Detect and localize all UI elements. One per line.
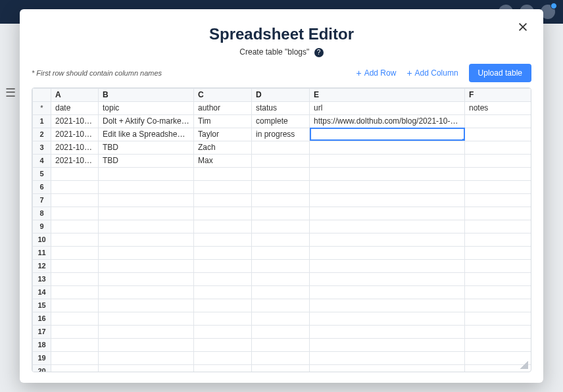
cell[interactable] xyxy=(51,220,99,233)
cell[interactable] xyxy=(99,299,194,312)
cell[interactable] xyxy=(310,233,465,246)
cell[interactable]: TBD xyxy=(99,141,194,154)
upload-table-button[interactable]: Upload table xyxy=(469,64,531,82)
cell[interactable] xyxy=(194,312,252,325)
cell[interactable] xyxy=(51,207,99,220)
header-cell[interactable]: status xyxy=(252,101,310,114)
cell[interactable] xyxy=(310,154,465,167)
help-icon[interactable]: ? xyxy=(314,48,324,57)
cell[interactable] xyxy=(99,312,194,325)
row-header[interactable]: 2 xyxy=(33,128,51,141)
cell[interactable] xyxy=(194,351,252,364)
spreadsheet[interactable]: ABCDEF *datetopicauthorstatusurlnotes120… xyxy=(32,88,531,372)
cell[interactable]: Taylor xyxy=(194,128,252,141)
column-header-A[interactable]: A xyxy=(51,88,99,101)
row-header[interactable]: 20 xyxy=(33,364,51,372)
cell[interactable] xyxy=(194,259,252,272)
row-header[interactable]: 10 xyxy=(33,233,51,246)
cell[interactable] xyxy=(194,233,252,246)
cell[interactable] xyxy=(310,180,465,193)
cell[interactable] xyxy=(99,351,194,364)
cell[interactable]: in progress xyxy=(252,128,310,141)
cell[interactable] xyxy=(252,338,310,351)
cell[interactable] xyxy=(194,325,252,338)
cell[interactable] xyxy=(99,167,194,180)
header-cell[interactable]: date xyxy=(51,101,99,114)
row-header[interactable]: 12 xyxy=(33,259,51,272)
cell[interactable] xyxy=(51,246,99,259)
cell[interactable] xyxy=(465,128,532,141)
cell[interactable] xyxy=(51,312,99,325)
row-header[interactable]: 17 xyxy=(33,325,51,338)
cell[interactable]: Max xyxy=(194,154,252,167)
cell[interactable] xyxy=(252,325,310,338)
hamburger-icon[interactable]: ☰ xyxy=(5,86,16,100)
header-cell[interactable]: topic xyxy=(99,101,194,114)
cell[interactable] xyxy=(465,154,532,167)
cell[interactable] xyxy=(194,180,252,193)
add-column-button[interactable]: + Add Column xyxy=(406,68,458,78)
cell[interactable] xyxy=(99,364,194,372)
row-header-star[interactable]: * xyxy=(33,101,51,114)
corner-cell[interactable] xyxy=(33,88,51,101)
add-row-button[interactable]: + Add Row xyxy=(356,68,396,78)
cell[interactable] xyxy=(252,259,310,272)
column-header-D[interactable]: D xyxy=(252,88,310,101)
cell[interactable] xyxy=(465,272,532,285)
cell[interactable] xyxy=(194,285,252,299)
cell[interactable] xyxy=(194,364,252,372)
cell[interactable] xyxy=(310,325,465,338)
cell[interactable] xyxy=(252,220,310,233)
cell[interactable]: 2021-10-01 xyxy=(51,114,99,128)
row-header[interactable]: 1 xyxy=(33,114,51,128)
row-header[interactable]: 4 xyxy=(33,154,51,167)
cell[interactable] xyxy=(310,272,465,285)
cell[interactable] xyxy=(252,167,310,180)
row-header[interactable]: 16 xyxy=(33,312,51,325)
cell[interactable] xyxy=(99,338,194,351)
cell[interactable]: Edit like a Spreadsheet V1 xyxy=(99,128,194,141)
cell[interactable] xyxy=(252,312,310,325)
row-header[interactable]: 5 xyxy=(33,167,51,180)
cell[interactable] xyxy=(99,246,194,259)
cell[interactable] xyxy=(51,351,99,364)
cell[interactable] xyxy=(194,167,252,180)
cell[interactable] xyxy=(310,220,465,233)
cell[interactable] xyxy=(310,141,465,154)
row-header[interactable]: 15 xyxy=(33,299,51,312)
row-header[interactable]: 3 xyxy=(33,141,51,154)
cell[interactable] xyxy=(310,246,465,259)
cell[interactable] xyxy=(51,233,99,246)
cell[interactable] xyxy=(51,272,99,285)
cell[interactable] xyxy=(252,246,310,259)
cell[interactable] xyxy=(99,325,194,338)
cell[interactable] xyxy=(99,207,194,220)
cell[interactable] xyxy=(310,364,465,372)
cell[interactable] xyxy=(194,207,252,220)
cell[interactable] xyxy=(465,233,532,246)
row-header[interactable]: 9 xyxy=(33,220,51,233)
cell[interactable] xyxy=(99,180,194,193)
cell[interactable] xyxy=(99,233,194,246)
column-header-E[interactable]: E xyxy=(310,88,465,101)
cell[interactable] xyxy=(99,220,194,233)
cell[interactable] xyxy=(310,338,465,351)
cell[interactable]: TBD xyxy=(99,154,194,167)
row-header[interactable]: 11 xyxy=(33,246,51,259)
cell[interactable] xyxy=(252,272,310,285)
row-header[interactable]: 19 xyxy=(33,351,51,364)
cell[interactable] xyxy=(51,167,99,180)
cell[interactable]: 2021-10-08 xyxy=(51,154,99,167)
cell[interactable] xyxy=(194,220,252,233)
cell[interactable] xyxy=(51,299,99,312)
cell[interactable] xyxy=(51,180,99,193)
resize-handle[interactable] xyxy=(520,361,528,369)
cell[interactable] xyxy=(99,285,194,299)
header-cell[interactable]: notes xyxy=(465,101,532,114)
cell[interactable] xyxy=(465,207,532,220)
cell[interactable] xyxy=(194,299,252,312)
cell[interactable] xyxy=(465,220,532,233)
cell[interactable] xyxy=(51,364,99,372)
cell[interactable] xyxy=(99,193,194,207)
cell[interactable] xyxy=(51,338,99,351)
